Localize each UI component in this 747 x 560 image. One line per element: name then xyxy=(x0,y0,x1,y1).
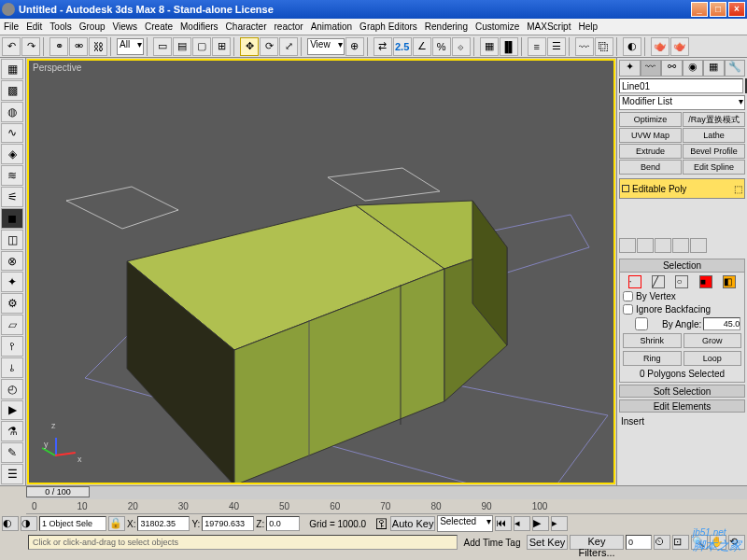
keyfilters-button[interactable]: Key Filters... xyxy=(570,535,624,550)
autokey-button[interactable]: Auto Key xyxy=(390,516,435,531)
tab-hierarchy-icon[interactable]: ⚯ xyxy=(661,60,683,77)
time-slider[interactable]: 0 / 100 xyxy=(0,486,747,499)
menu-tools[interactable]: Tools xyxy=(49,21,71,32)
menu-modifiers[interactable]: Modifiers xyxy=(180,21,218,32)
minimize-button[interactable]: _ xyxy=(691,2,708,17)
unlink-icon[interactable]: ⚮ xyxy=(69,37,88,56)
setkey-button[interactable]: Set Key xyxy=(527,535,568,550)
next-frame-icon[interactable]: ▸ xyxy=(551,516,568,531)
border-mode-icon[interactable]: ○ xyxy=(675,275,688,288)
stack-toggle-icon[interactable] xyxy=(622,185,629,192)
reactor-preview-icon[interactable]: ▶ xyxy=(1,400,23,421)
stack-lock-icon[interactable]: ⬚ xyxy=(734,184,742,194)
menu-views[interactable]: Views xyxy=(113,21,138,32)
named-sel-icon[interactable]: ▦ xyxy=(480,37,499,56)
tab-utilities-icon[interactable]: 🔧 xyxy=(725,60,746,77)
goto-start-icon[interactable]: ⏮ xyxy=(495,516,512,531)
ring-button[interactable]: Ring xyxy=(623,351,682,366)
region-rect-icon[interactable]: ▢ xyxy=(192,37,211,56)
z-field[interactable] xyxy=(266,516,300,531)
mirror-icon[interactable]: ▐▌ xyxy=(500,37,518,56)
lock-icon[interactable]: 🔒 xyxy=(108,516,125,531)
close-button[interactable]: × xyxy=(728,2,745,17)
select-by-name-icon[interactable]: ▤ xyxy=(173,37,191,56)
ignore-backfacing-check[interactable]: Ignore Backfacing xyxy=(623,304,741,315)
tab-motion-icon[interactable]: ◉ xyxy=(683,60,704,77)
menu-customize[interactable]: Customize xyxy=(475,21,519,32)
reactor-rope-icon[interactable]: ∿ xyxy=(1,123,23,144)
keymode2-icon[interactable]: ◑ xyxy=(21,516,37,531)
undo-icon[interactable]: ↶ xyxy=(2,37,21,56)
pan-icon[interactable]: ✋ xyxy=(710,535,726,550)
mod-bend[interactable]: Bend xyxy=(619,160,682,175)
reactor-util-icon[interactable]: ☰ xyxy=(1,464,23,484)
modifier-stack-item[interactable]: Editable Poly ⬚ xyxy=(619,178,745,199)
reactor-wind-icon[interactable]: ⚟ xyxy=(1,187,23,207)
configure-icon[interactable] xyxy=(690,238,707,253)
selection-header[interactable]: Selection xyxy=(620,259,744,273)
x-field[interactable] xyxy=(137,516,190,531)
object-name-field[interactable] xyxy=(619,78,743,93)
prev-frame-icon[interactable]: ◂ xyxy=(514,516,530,531)
tab-modify-icon[interactable]: 〰 xyxy=(641,60,662,77)
perspective-viewport[interactable]: Perspective zxy xyxy=(27,59,615,484)
bind-icon[interactable]: ⛓ xyxy=(89,37,107,56)
material-editor-icon[interactable]: ◐ xyxy=(623,37,641,56)
menu-group[interactable]: Group xyxy=(79,21,106,32)
menu-file[interactable]: File xyxy=(4,21,19,32)
show-end-icon[interactable] xyxy=(637,238,654,253)
reactor-car-icon[interactable]: ◼ xyxy=(1,208,23,229)
mod-editspline[interactable]: Edit Spline xyxy=(683,160,745,175)
angle-snap-icon[interactable]: ∠ xyxy=(413,37,431,56)
tab-display-icon[interactable]: ▦ xyxy=(703,60,725,77)
select-icon[interactable]: ▭ xyxy=(153,37,172,56)
arc-rotate-icon[interactable]: ⟲ xyxy=(728,535,745,550)
reactor-toy-icon[interactable]: ◫ xyxy=(1,230,23,250)
by-angle-check[interactable] xyxy=(623,317,660,330)
key-icon[interactable]: ⚿ xyxy=(375,516,388,531)
reactor-wheel-icon[interactable]: ⊗ xyxy=(1,251,23,272)
redo-icon[interactable]: ↷ xyxy=(21,37,40,56)
reactor-analyze-icon[interactable]: ⚗ xyxy=(1,421,23,441)
menu-edit[interactable]: Edit xyxy=(26,21,42,32)
zoom-ext-icon[interactable]: ⊡ xyxy=(672,535,689,550)
mod-bevelprofile[interactable]: Bevel Profile xyxy=(683,144,745,159)
loop-button[interactable]: Loop xyxy=(684,351,742,366)
play-icon[interactable]: ▶ xyxy=(532,516,549,531)
tab-create-icon[interactable]: ✦ xyxy=(619,60,641,77)
mod-uvw[interactable]: UVW Map xyxy=(619,128,682,143)
mod-lathe[interactable]: Lathe xyxy=(683,128,745,143)
y-field[interactable] xyxy=(202,516,254,531)
reactor-soft-icon[interactable]: ◍ xyxy=(1,102,23,122)
mod-ray[interactable]: /Ray置换模式 xyxy=(683,112,745,127)
menu-maxscript[interactable]: MAXScript xyxy=(527,21,571,32)
by-vertex-check[interactable]: By Vertex xyxy=(623,291,741,301)
reactor-plane-icon[interactable]: ▱ xyxy=(1,315,23,335)
reactor-angular-icon[interactable]: ◴ xyxy=(1,379,23,399)
edge-mode-icon[interactable]: ╱ xyxy=(652,275,665,288)
window-crossing-icon[interactable]: ⊞ xyxy=(212,37,231,56)
curve-editor-icon[interactable]: 〰 xyxy=(575,37,594,56)
reactor-water-icon[interactable]: ≋ xyxy=(1,165,23,186)
menu-rendering[interactable]: Rendering xyxy=(425,21,468,32)
polygon-mode-icon[interactable]: ■ xyxy=(699,275,712,288)
reactor-prop-icon[interactable]: ✎ xyxy=(1,442,23,463)
reactor-mesh-icon[interactable]: ◈ xyxy=(1,144,23,164)
maximize-button[interactable]: □ xyxy=(710,2,726,17)
remove-mod-icon[interactable] xyxy=(672,238,689,253)
mod-optimize[interactable]: Optimize xyxy=(619,112,682,127)
menu-create[interactable]: Create xyxy=(145,21,173,32)
time-thumb[interactable]: 0 / 100 xyxy=(26,486,90,497)
reactor-linear-icon[interactable]: ⫰ xyxy=(1,357,23,378)
edit-elements-header[interactable]: Edit Elements xyxy=(619,399,745,413)
add-time-tag[interactable]: Add Time Tag xyxy=(459,538,525,548)
menu-help[interactable]: Help xyxy=(578,21,598,32)
quick-render-icon[interactable]: 🫖 xyxy=(670,37,689,56)
by-angle-value[interactable] xyxy=(703,317,740,330)
shrink-button[interactable]: Shrink xyxy=(623,333,682,348)
reactor-rigid-icon[interactable]: ▦ xyxy=(1,59,23,79)
element-mode-icon[interactable]: ◧ xyxy=(723,275,736,288)
pivot-icon[interactable]: ⊕ xyxy=(345,37,364,56)
snap-icon[interactable]: 2.5 xyxy=(393,37,412,56)
schematic-icon[interactable]: ⿻ xyxy=(595,37,613,56)
